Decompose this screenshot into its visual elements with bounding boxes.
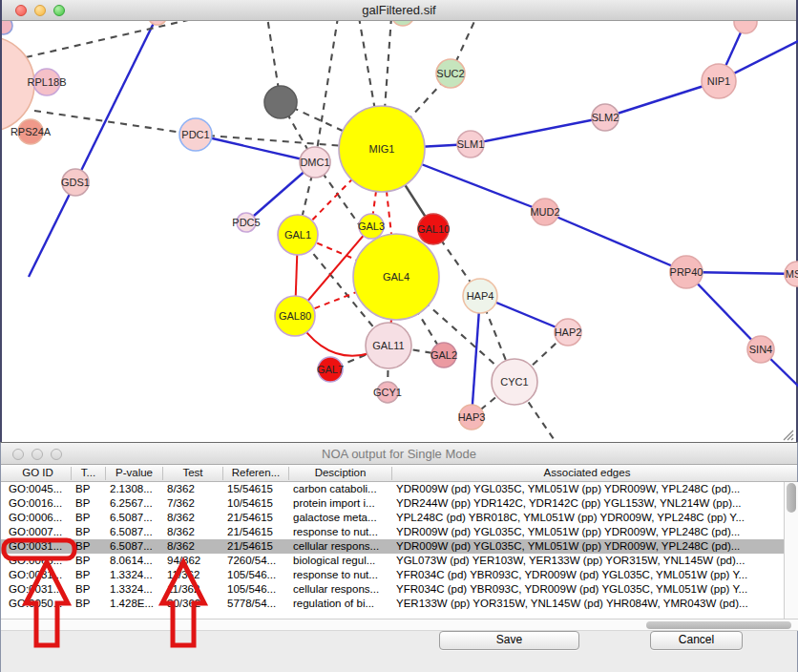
cell-type: BP	[75, 540, 110, 552]
node-HAP3[interactable]: HAP3	[458, 405, 486, 430]
node-label: GAL10	[417, 223, 450, 235]
column-header-test[interactable]: Test	[163, 467, 223, 480]
network-canvas[interactable]: RPL18BRPS24AGDS1PDC1MIG1SUC2SLM1SLM2NIP1…	[2, 21, 798, 442]
node-PRP40[interactable]: PRP40	[670, 256, 704, 288]
table-row[interactable]: GO:0016...BP6.2567...7/36210/54615protei…	[1, 496, 784, 511]
edge-dash[interactable]	[34, 111, 196, 135]
node-GAL10[interactable]: GAL10	[417, 214, 450, 244]
cell-description: protein import i...	[293, 497, 396, 509]
node-GAL3[interactable]: GAL3	[358, 214, 385, 239]
node-NIP1[interactable]: NIP1	[702, 64, 736, 98]
cancel-button[interactable]: Cancel	[650, 631, 743, 650]
cell-type: BP	[75, 598, 110, 609]
edge-blue[interactable]	[471, 117, 605, 144]
node-MIG1[interactable]: MIG1	[339, 106, 425, 192]
resize-grip-icon[interactable]	[781, 428, 794, 441]
table-row[interactable]: GO:0045...BP2.1308...8/36215/54615carbon…	[1, 482, 784, 496]
cell-reference: 105/546...	[227, 569, 293, 580]
node-label: MUD2	[530, 206, 559, 218]
cell-associated_edges: YFR034C (pd) YBR093C, YDR009W (pd) YGL03…	[396, 569, 784, 580]
cell-description: response to nut...	[293, 526, 396, 537]
cell-reference: 105/546...	[227, 583, 293, 595]
network-window: galFiltered.sif RPL18BRPS24AGDS1PDC1MIG1…	[0, 0, 798, 442]
edge-dash[interactable]	[315, 21, 338, 162]
edge-blue[interactable]	[545, 212, 686, 272]
cell-p_value: 2.1308...	[110, 483, 167, 494]
node-GAL2[interactable]: GAL2	[430, 343, 457, 368]
node-label: GAL80	[279, 310, 311, 322]
table-row[interactable]: GO:0031...BP1.3324...11/362105/546...res…	[1, 568, 784, 582]
cell-description: cellular respons...	[293, 540, 396, 552]
edge-blue[interactable]	[75, 21, 158, 182]
node-DMC1[interactable]: DMC1	[300, 147, 330, 178]
table-header[interactable]: GO IDT...P-valueTestReferen...Desciption…	[1, 465, 797, 482]
node-tp1[interactable]	[148, 21, 167, 25]
node-GCY1[interactable]: GCY1	[373, 382, 402, 403]
cell-test: 8/362	[167, 483, 227, 494]
cell-p_value: 6.2567...	[110, 497, 167, 509]
table-row[interactable]: GO:0031...BP1.3324...11/362105/546...cel…	[1, 582, 784, 597]
node-SLM2[interactable]: SLM2	[592, 104, 620, 131]
column-header-type[interactable]: T...	[72, 467, 106, 480]
node-label: MIG1	[369, 143, 395, 155]
node-GAL4[interactable]: GAL4	[353, 234, 439, 320]
node-tg1[interactable]	[391, 21, 414, 26]
table-row[interactable]: GO:0031...BP6.5087...8/36221/54615cellul…	[1, 539, 784, 554]
node-GAL11[interactable]: GAL11	[366, 323, 411, 368]
cell-description: biological regul...	[293, 555, 396, 566]
edge-blue[interactable]	[472, 296, 480, 417]
cell-associated_edges: YER133W (pp) YOR315W, YNL145W (pd) YHR08…	[396, 598, 784, 609]
vertical-scrollbar-thumb[interactable]	[787, 483, 796, 513]
node-label: SIN4	[749, 344, 772, 355]
save-button[interactable]: Save	[439, 631, 579, 650]
column-header-p_value[interactable]: P-value	[106, 467, 163, 480]
node-HAP2[interactable]: HAP2	[555, 319, 582, 346]
node-GAL80[interactable]: GAL80	[275, 296, 315, 336]
node-GAL1[interactable]: GAL1	[278, 215, 318, 255]
cell-type: BP	[75, 497, 110, 509]
cell-go_id: GO:0031...	[9, 583, 75, 595]
cell-go_id: GO:0031...	[9, 540, 75, 552]
column-header-description[interactable]: Desciption	[289, 467, 392, 480]
table-row[interactable]: GO:0065...BP8.0614...94/3627260/54...bio…	[1, 554, 784, 568]
node-PDC1[interactable]: PDC1	[179, 118, 212, 151]
table-row[interactable]: GO:0007...BP6.5087...8/36221/54615respon…	[1, 525, 784, 539]
node-RPS24A[interactable]: RPS24A	[10, 119, 52, 144]
node-MSN[interactable]: MSN	[785, 262, 798, 286]
cell-type: BP	[75, 569, 110, 580]
column-header-associated_edges[interactable]: Associated edges	[392, 467, 782, 480]
edge-blue[interactable]	[196, 135, 315, 162]
horizontal-scrollbar-thumb[interactable]	[646, 621, 791, 629]
node-GDS1[interactable]: GDS1	[61, 169, 90, 196]
cell-go_id: GO:0065...	[9, 555, 75, 566]
node-PDC5[interactable]: PDC5	[232, 213, 260, 232]
node-trp[interactable]	[734, 21, 757, 33]
node-GAL7[interactable]: GAL7	[317, 357, 344, 382]
noa-titlebar[interactable]: NOA output for Single Mode	[1, 443, 797, 465]
cell-p_value: 1.3324...	[110, 569, 167, 580]
node-SIN4[interactable]: SIN4	[747, 336, 774, 363]
network-titlebar[interactable]: galFiltered.sif	[2, 0, 796, 21]
node-HAP4[interactable]: HAP4	[463, 279, 497, 313]
node-CYC1[interactable]: CYC1	[492, 359, 537, 405]
node-label: GAL11	[372, 340, 404, 351]
cell-test: 80/362	[167, 598, 227, 609]
node-label: NIP1	[707, 75, 730, 87]
cell-reference: 21/54615	[227, 512, 293, 523]
table-body[interactable]: GO:0045...BP2.1308...8/36215/54615carbon…	[1, 482, 784, 619]
vertical-scrollbar[interactable]	[784, 482, 798, 619]
node-SUC2[interactable]: SUC2	[436, 59, 465, 88]
node-SLM1[interactable]: SLM1	[457, 131, 485, 158]
node-gray1[interactable]	[264, 86, 297, 118]
column-header-reference[interactable]: Referen...	[223, 467, 289, 480]
horizontal-scrollbar[interactable]	[1, 619, 798, 631]
table-row[interactable]: GO:0050...BP1.428E...80/3625778/54...reg…	[1, 597, 784, 611]
edge-blue[interactable]	[29, 182, 75, 277]
cell-test: 11/362	[167, 569, 227, 580]
edge-dash[interactable]	[26, 21, 200, 57]
node-label: PRP40	[670, 266, 704, 278]
node-MUD2[interactable]: MUD2	[530, 199, 559, 225]
node-n1[interactable]	[2, 21, 12, 34]
column-header-go_id[interactable]: GO ID	[5, 467, 72, 480]
table-row[interactable]: GO:0006...BP6.5087...8/36221/54615galact…	[1, 511, 784, 525]
